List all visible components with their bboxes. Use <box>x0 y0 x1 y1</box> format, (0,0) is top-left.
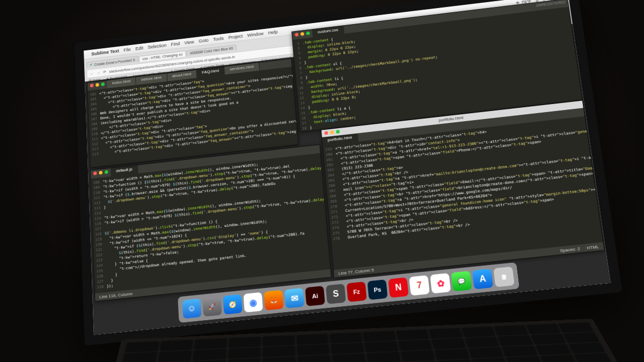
dock-calendar-icon[interactable]: 7 <box>409 275 430 295</box>
laptop-photo: Sublime Text File Edit Selection Find Vi… <box>0 0 644 362</box>
menu-selection[interactable]: Selection <box>148 43 166 50</box>
dock-photos-icon[interactable]: ✿ <box>430 273 451 293</box>
indent-setting[interactable]: Spaces: 2 <box>560 246 581 253</box>
dock-filezilla-icon[interactable]: Fz <box>347 282 367 302</box>
dock-launchpad-icon[interactable]: 🚀 <box>202 297 222 317</box>
menu-edit[interactable]: Edit <box>135 46 143 51</box>
dock-firefox-icon[interactable]: 🦊 <box>264 290 284 311</box>
cursor-position: Line 116, Column <box>99 291 133 299</box>
reload-icon[interactable]: ⟳ <box>103 70 106 74</box>
back-icon[interactable]: ← <box>90 72 94 76</box>
dock-messages-icon[interactable]: 💬 <box>451 271 472 291</box>
syntax-setting[interactable]: HTML <box>586 244 599 250</box>
dock-mail-icon[interactable]: ✉ <box>284 288 304 308</box>
menu-find[interactable]: Find <box>171 41 180 47</box>
menu-goto[interactable]: Goto <box>199 38 209 43</box>
dock-illustrator-icon[interactable]: Ai <box>305 286 325 306</box>
menu-project[interactable]: Project <box>228 34 243 40</box>
forward-icon[interactable]: → <box>97 71 100 75</box>
unregistered-label: UNREGISTERED <box>536 0 566 7</box>
menu-file[interactable]: File <box>123 47 131 53</box>
dock-finder-icon[interactable]: ☺ <box>182 298 201 319</box>
menu-window[interactable]: Window <box>247 31 264 38</box>
macbook-screen: Sublime Text File Edit Selection Find Vi… <box>75 0 623 345</box>
dock-photoshop-icon[interactable]: Ps <box>367 279 387 300</box>
dock-appstore-icon[interactable]: A <box>472 269 494 290</box>
editor-pane-js: default.js 10810911011111211311411511611… <box>90 144 332 301</box>
menu-tools[interactable]: Tools <box>213 36 224 42</box>
dock-sublime-icon[interactable]: S <box>326 284 346 304</box>
dock-netflix-icon[interactable]: N <box>388 277 408 298</box>
dock-safari-icon[interactable]: 🧭 <box>223 294 242 315</box>
dock-trash-icon[interactable]: 🗑 <box>493 267 515 287</box>
dock-chrome-icon[interactable]: ◉ <box>243 292 263 313</box>
menu-help[interactable]: Help <box>268 29 277 35</box>
editor-pane-portfolio: portfolio.html portfolio.html 2592602612… <box>321 100 605 278</box>
app-name[interactable]: Sublime Text <box>91 48 119 56</box>
cursor-position: Line 77, Column 5 <box>338 267 374 276</box>
menu-view[interactable]: View <box>184 39 194 45</box>
